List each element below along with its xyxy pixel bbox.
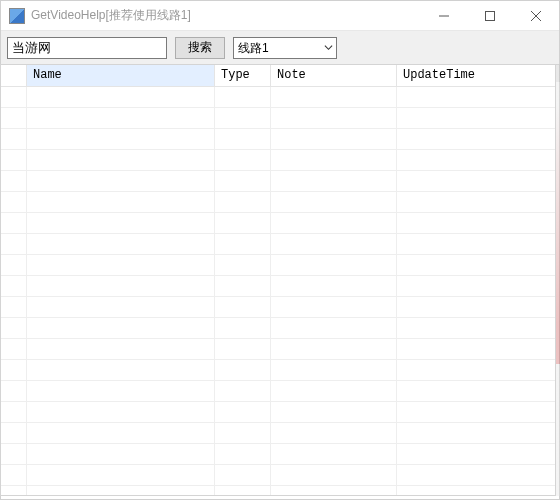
cell-type — [215, 465, 271, 485]
cell-note — [271, 255, 397, 275]
cell-updatetime — [397, 129, 555, 149]
cell-name — [27, 360, 215, 380]
table-row[interactable] — [1, 444, 555, 465]
table-row[interactable] — [1, 234, 555, 255]
table-row[interactable] — [1, 255, 555, 276]
row-header — [1, 402, 27, 422]
cell-note — [271, 339, 397, 359]
cell-updatetime — [397, 297, 555, 317]
table-row[interactable] — [1, 339, 555, 360]
cell-note — [271, 213, 397, 233]
cell-updatetime — [397, 339, 555, 359]
table-row[interactable] — [1, 318, 555, 339]
cell-updatetime — [397, 108, 555, 128]
row-header — [1, 255, 27, 275]
cell-name — [27, 192, 215, 212]
col-header-type[interactable]: Type — [215, 65, 271, 86]
cell-type — [215, 486, 271, 495]
table-row[interactable] — [1, 171, 555, 192]
cell-name — [27, 339, 215, 359]
table-row[interactable] — [1, 486, 555, 495]
svg-rect-0 — [486, 11, 495, 20]
cell-note — [271, 276, 397, 296]
table-row[interactable] — [1, 129, 555, 150]
cell-updatetime — [397, 486, 555, 495]
route-select-wrap: 线路1 — [233, 37, 337, 59]
cell-type — [215, 213, 271, 233]
cell-type — [215, 234, 271, 254]
cell-type — [215, 171, 271, 191]
cell-name — [27, 87, 215, 107]
minimize-button[interactable] — [421, 1, 467, 31]
cell-name — [27, 318, 215, 338]
table-row[interactable] — [1, 423, 555, 444]
cell-updatetime — [397, 87, 555, 107]
cell-updatetime — [397, 192, 555, 212]
cell-type — [215, 150, 271, 170]
cell-updatetime — [397, 234, 555, 254]
cell-updatetime — [397, 360, 555, 380]
row-header — [1, 192, 27, 212]
cell-type — [215, 192, 271, 212]
table-row[interactable] — [1, 108, 555, 129]
cell-note — [271, 402, 397, 422]
cell-updatetime — [397, 444, 555, 464]
cell-updatetime — [397, 402, 555, 422]
cell-note — [271, 171, 397, 191]
row-header-corner — [1, 65, 27, 86]
cell-type — [215, 360, 271, 380]
col-header-updatetime[interactable]: UpdateTime — [397, 65, 555, 86]
table-row[interactable] — [1, 297, 555, 318]
cell-name — [27, 276, 215, 296]
table-row[interactable] — [1, 192, 555, 213]
col-header-note[interactable]: Note — [271, 65, 397, 86]
row-header — [1, 423, 27, 443]
cell-name — [27, 423, 215, 443]
cell-updatetime — [397, 381, 555, 401]
cell-updatetime — [397, 150, 555, 170]
cell-updatetime — [397, 465, 555, 485]
row-header — [1, 318, 27, 338]
cell-name — [27, 444, 215, 464]
cell-name — [27, 108, 215, 128]
cell-note — [271, 444, 397, 464]
row-header — [1, 213, 27, 233]
table-row[interactable] — [1, 381, 555, 402]
titlebar: GetVideoHelp[推荐使用线路1] — [1, 1, 559, 31]
row-header — [1, 234, 27, 254]
cell-note — [271, 465, 397, 485]
search-input[interactable] — [7, 37, 167, 59]
cell-note — [271, 360, 397, 380]
cell-type — [215, 318, 271, 338]
cell-note — [271, 297, 397, 317]
cell-name — [27, 234, 215, 254]
col-header-name[interactable]: Name — [27, 65, 215, 86]
cell-note — [271, 129, 397, 149]
table-row[interactable] — [1, 276, 555, 297]
row-header — [1, 108, 27, 128]
app-icon — [9, 8, 25, 24]
table-row[interactable] — [1, 360, 555, 381]
cell-updatetime — [397, 276, 555, 296]
cell-type — [215, 339, 271, 359]
row-header — [1, 129, 27, 149]
table-row[interactable] — [1, 87, 555, 108]
table-row[interactable] — [1, 402, 555, 423]
cell-updatetime — [397, 255, 555, 275]
table-row[interactable] — [1, 213, 555, 234]
cell-name — [27, 402, 215, 422]
cell-type — [215, 444, 271, 464]
cell-name — [27, 255, 215, 275]
close-button[interactable] — [513, 1, 559, 31]
maximize-button[interactable] — [467, 1, 513, 31]
table-row[interactable] — [1, 465, 555, 486]
table-row[interactable] — [1, 150, 555, 171]
cell-note — [271, 423, 397, 443]
cell-type — [215, 129, 271, 149]
route-select[interactable]: 线路1 — [233, 37, 337, 59]
cell-name — [27, 486, 215, 495]
cell-updatetime — [397, 318, 555, 338]
row-header — [1, 465, 27, 485]
cell-name — [27, 129, 215, 149]
search-button[interactable]: 搜索 — [175, 37, 225, 59]
